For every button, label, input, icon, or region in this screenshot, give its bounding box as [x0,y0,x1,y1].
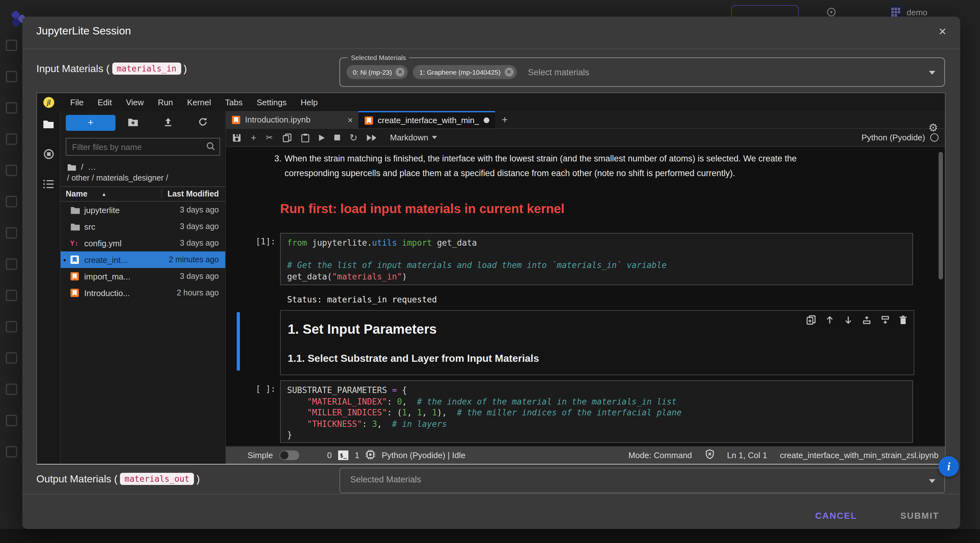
file-row[interactable]: src3 days ago [60,218,225,235]
upload-icon[interactable] [150,117,185,129]
file-name: Introductio... [84,288,177,298]
file-row[interactable]: Y:config.yml3 days ago [60,235,225,252]
markdown-paragraph[interactable]: When the strain matching is finished, th… [285,151,923,181]
material-chip-label: 0: Ni (mp-23) [353,68,392,76]
menu-file[interactable]: File [63,97,91,107]
materials-in-chip: materials_in [112,62,181,75]
file-row[interactable]: Introductio...2 hours ago [60,285,225,301]
tab-introduction[interactable]: Introduction.ipynb × [226,111,359,128]
file-row[interactable]: ●create_int...2 minutes ago [60,252,225,268]
close-tab-icon[interactable]: × [348,115,353,125]
new-launcher-button[interactable]: + [66,115,116,131]
restart-kernel-icon[interactable]: ↻ [349,132,357,143]
terminals-count[interactable]: 0 [327,451,332,460]
breadcrumb: / … / other / materials_designer / [60,159,225,183]
kernel-status-label: Python (Pyodide) | Idle [382,451,465,460]
column-last-modified[interactable]: Last Modified [162,189,219,199]
insert-cell-icon[interactable]: + [251,132,256,143]
sort-ascending-icon: ▲ [102,191,107,197]
move-cell-down-icon[interactable] [843,315,853,327]
simple-mode-toggle[interactable] [280,451,299,460]
paste-cells-icon[interactable] [301,133,309,142]
chevron-down-icon [929,71,935,75]
cursor-position[interactable]: Ln 1, Col 1 [727,451,767,460]
insert-cell-below-icon[interactable] [880,315,890,327]
notebook-file-icon [364,116,373,125]
info-button[interactable]: i [939,456,959,477]
cell1-code: from jupyterlite.utils import get_data #… [287,237,906,282]
menu-kernel[interactable]: Kernel [180,97,218,107]
stop-kernel-icon[interactable] [334,135,340,140]
jupyterlab-frame: jl FileEditViewRunKernelTabsSettingsHelp… [37,92,945,465]
refresh-icon[interactable] [185,117,220,129]
new-tab-button[interactable]: + [495,111,514,128]
save-icon[interactable] [232,133,241,142]
material-chip[interactable]: 0: Ni (mp-23)× [347,65,408,79]
move-cell-up-icon[interactable] [825,315,835,327]
output-materials-select[interactable]: Selected Materials [339,468,945,493]
insert-cell-above-icon[interactable] [862,315,872,327]
selected-materials-field[interactable]: Selected Materials 0: Ni (mp-23)×1: Grap… [339,57,945,87]
kernels-count[interactable]: 1 [355,451,359,460]
file-browser-panel: + / … / ot [60,111,226,464]
cell2-prompt: [ ]: [226,384,275,394]
menu-edit[interactable]: Edit [91,97,119,107]
file-row[interactable]: jupyterlite3 days ago [60,202,225,218]
code-line: } [287,430,906,441]
delete-cell-icon[interactable] [899,315,907,327]
submit-button[interactable]: SUBMIT [895,506,944,524]
file-modified: 3 days ago [180,272,219,281]
column-name[interactable]: Name▲ [66,189,157,199]
breadcrumb-ellipsis[interactable]: … [88,162,97,172]
cut-cells-icon[interactable]: ✂ [266,133,273,142]
running-kernels-tab-icon[interactable] [43,149,54,162]
remove-chip-icon[interactable]: × [396,68,405,76]
remove-chip-icon[interactable]: × [504,68,513,76]
selected-materials-chips: 0: Ni (mp-23)×1: Graphene (mp-1040425)×S… [347,58,589,86]
code-cell-1[interactable]: from jupyterlite.utils import get_data #… [280,233,913,285]
menu-view[interactable]: View [119,97,151,107]
table-of-contents-tab-icon[interactable] [43,179,54,191]
copy-cells-icon[interactable] [282,133,291,142]
file-browser-tab-icon[interactable] [43,119,54,131]
file-row[interactable]: import_ma...3 days ago [60,268,225,285]
notebook-file-icon [232,115,240,124]
cell-type-dropdown[interactable]: Markdown [390,133,438,142]
cancel-button[interactable]: CANCEL [810,506,862,524]
code-cell-2[interactable]: SUBSTRATE_PARAMETERS = { "MATERIAL_INDEX… [280,380,913,443]
run-first-heading[interactable]: Run first: load input materials in curre… [280,202,564,216]
dialog-actions: CANCEL SUBMIT [810,506,944,524]
material-chip[interactable]: 1: Graphene (mp-1040425)× [413,65,517,79]
notebook-content: 3. When the strain matching is finished,… [226,147,945,446]
file-name: import_ma... [84,272,180,281]
cell1-prompt: [1]: [226,237,275,246]
code-line: from jupyterlite.utils import get_data [287,237,906,248]
yaml-file-icon: Y: [70,239,84,247]
breadcrumb-path[interactable]: / other / materials_designer / [67,174,219,183]
selected-cell-bar [237,312,240,371]
gear-icon[interactable]: ⚙ [928,121,938,135]
menu-run[interactable]: Run [151,97,180,107]
jupyterlite-session-dialog: JupyterLite Session × Input Materials (m… [22,17,960,529]
menu-help[interactable]: Help [293,97,325,107]
restart-run-all-icon[interactable] [367,134,377,141]
select-materials-placeholder[interactable]: Select materials [528,67,589,77]
run-cell-icon[interactable] [319,134,325,141]
close-icon[interactable]: × [935,23,950,40]
code-line: "THICKNESS": 3, # in layers [287,418,906,430]
filter-files-input[interactable] [66,139,220,155]
duplicate-cell-icon[interactable] [807,315,816,327]
breadcrumb-root[interactable]: / [81,162,83,172]
menu-settings[interactable]: Settings [250,97,293,107]
jupyterlite-logo-icon: jl [43,97,54,108]
home-folder-icon[interactable] [67,163,76,171]
kernel-indicator[interactable]: Python (Pyodide) [862,133,939,142]
statusbar-filename: create_interface_with_min_strain_zsl.ipy… [780,451,939,460]
code-line [287,248,906,260]
new-folder-icon[interactable] [116,118,150,128]
tab-bar: Introduction.ipynb × create_interface_wi… [226,111,945,129]
tab-create-interface[interactable]: create_interface_with_min_ [359,111,495,128]
markdown-cell-selected[interactable]: 1. Set Input Parameters 1.1. Select Subs… [280,310,914,375]
notebook-scrollbar[interactable] [939,152,943,279]
menu-tabs[interactable]: Tabs [218,97,250,107]
